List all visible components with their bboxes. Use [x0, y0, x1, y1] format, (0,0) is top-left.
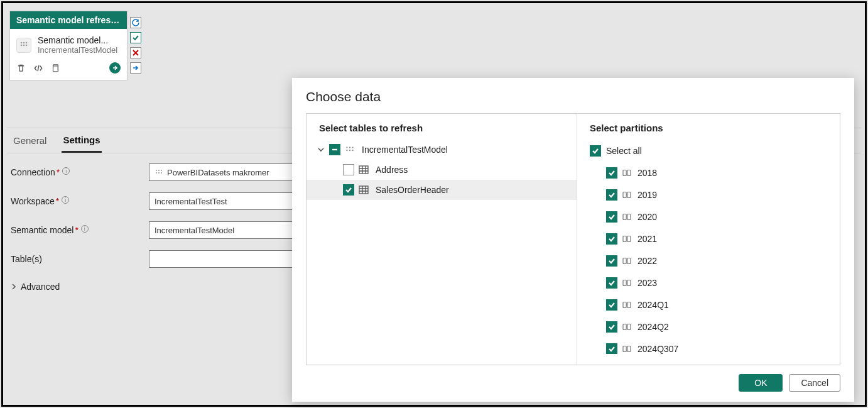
partition-row[interactable]: 2024Q307 — [577, 338, 840, 354]
navigate-button[interactable] — [109, 62, 121, 74]
tables-label: Table(s) — [11, 254, 149, 264]
table-checkbox[interactable] — [343, 164, 354, 175]
svg-point-4 — [23, 44, 25, 46]
partition-row[interactable]: 2023 — [577, 272, 840, 294]
info-icon[interactable]: i — [62, 167, 70, 175]
workspace-field[interactable]: IncrementalTestTest — [149, 192, 295, 210]
select-all-row[interactable]: Select all — [577, 140, 840, 162]
chevron-down-icon[interactable] — [318, 146, 325, 153]
tables-field[interactable] — [149, 250, 295, 268]
svg-rect-32 — [627, 280, 631, 285]
choose-data-dialog: Choose data Select tables to refresh Inc… — [292, 78, 854, 402]
partition-checkbox[interactable] — [606, 211, 617, 223]
partition-icon — [622, 300, 632, 309]
svg-rect-19 — [359, 166, 368, 174]
svg-point-9 — [161, 170, 162, 171]
svg-rect-21 — [623, 170, 626, 175]
activity-tile-body: Semantic model... IncrementalTestModel — [10, 29, 127, 58]
svg-rect-25 — [623, 214, 626, 219]
ok-button[interactable]: OK — [739, 374, 783, 392]
svg-rect-31 — [623, 280, 626, 285]
partition-row[interactable]: 2020 — [577, 206, 840, 228]
svg-point-0 — [21, 41, 23, 43]
partition-checkbox[interactable] — [606, 255, 617, 267]
partition-icon — [622, 168, 632, 177]
partition-checkbox[interactable] — [606, 299, 617, 311]
svg-point-15 — [352, 146, 353, 148]
model-field[interactable]: IncrementalTestModel — [149, 221, 295, 239]
app-viewport: Semantic model refresh... Semantic model… — [1, 1, 867, 407]
svg-point-7 — [156, 170, 157, 171]
partition-checkbox[interactable] — [606, 167, 617, 179]
delete-button[interactable] — [16, 63, 26, 73]
dataset-icon — [16, 38, 31, 53]
activity-tile-title: Semantic model... — [38, 35, 117, 45]
partition-checkbox[interactable] — [606, 233, 617, 245]
partition-row[interactable]: 2022 — [577, 250, 840, 272]
partition-name: 2024Q2 — [637, 322, 669, 332]
tab-settings[interactable]: Settings — [62, 128, 101, 153]
svg-rect-24 — [627, 192, 631, 197]
partition-checkbox[interactable] — [606, 343, 617, 355]
model-icon — [344, 145, 355, 154]
table-icon — [358, 185, 369, 194]
partition-row[interactable]: 2018 — [577, 162, 840, 184]
table-name: SalesOrderHeader — [373, 185, 449, 195]
svg-point-13 — [346, 146, 347, 148]
svg-rect-28 — [627, 236, 631, 241]
refresh-status-icon — [130, 17, 141, 28]
svg-rect-26 — [627, 214, 631, 219]
partition-checkbox[interactable] — [606, 189, 617, 201]
partitions-column-title: Select partitions — [577, 123, 840, 140]
tree-table-row[interactable]: SalesOrderHeader — [307, 180, 577, 200]
svg-rect-35 — [623, 324, 626, 329]
partition-row[interactable]: 2019 — [577, 184, 840, 206]
cancel-button[interactable]: Cancel — [789, 374, 840, 392]
svg-rect-34 — [627, 302, 631, 307]
partition-icon — [622, 345, 632, 353]
svg-point-3 — [21, 44, 23, 46]
workspace-label: Workspace*i — [11, 196, 149, 206]
table-checkbox[interactable] — [343, 184, 354, 196]
svg-point-1 — [23, 41, 25, 43]
checkbox-indeterminate[interactable] — [329, 144, 340, 155]
success-status-icon — [130, 32, 141, 43]
svg-point-14 — [349, 146, 350, 148]
svg-point-17 — [349, 150, 350, 151]
table-name: Address — [373, 165, 408, 175]
svg-rect-38 — [627, 346, 631, 351]
copy-button[interactable] — [51, 63, 60, 73]
status-stack — [130, 17, 141, 74]
activity-tile-header: Semantic model refresh... — [10, 11, 127, 29]
code-button[interactable] — [33, 63, 43, 73]
dialog-title: Choose data — [306, 89, 840, 104]
partition-row[interactable]: 2024Q1 — [577, 294, 840, 316]
select-all-checkbox[interactable] — [590, 145, 601, 157]
select-all-label: Select all — [606, 146, 642, 156]
connection-label: Connection*i — [11, 167, 149, 177]
tree-table-row[interactable]: Address — [307, 160, 577, 180]
tables-column-title: Select tables to refresh — [307, 123, 577, 140]
svg-rect-29 — [623, 258, 626, 263]
partition-icon — [622, 190, 632, 199]
partition-name: 2021 — [637, 234, 657, 244]
partition-name: 2022 — [637, 256, 657, 266]
partition-row[interactable]: 2024Q2 — [577, 316, 840, 338]
table-icon — [358, 165, 369, 174]
svg-rect-20 — [359, 186, 368, 194]
connection-field[interactable]: PowerBIDatasets makromer — [149, 163, 295, 181]
activity-tile[interactable]: Semantic model refresh... Semantic model… — [9, 11, 127, 80]
tab-general[interactable]: General — [12, 128, 48, 153]
partition-checkbox[interactable] — [606, 321, 617, 333]
partition-row[interactable]: 2021 — [577, 228, 840, 250]
partition-icon — [622, 278, 632, 287]
info-icon[interactable]: i — [62, 196, 69, 204]
svg-point-10 — [156, 172, 157, 174]
partition-name: 2024Q307 — [637, 344, 678, 354]
svg-rect-33 — [623, 302, 626, 307]
partition-icon — [622, 212, 632, 221]
info-icon[interactable]: i — [81, 225, 89, 233]
partition-icon — [622, 323, 632, 331]
tree-model-root[interactable]: IncrementalTestModel — [307, 140, 577, 160]
partition-checkbox[interactable] — [606, 277, 617, 289]
